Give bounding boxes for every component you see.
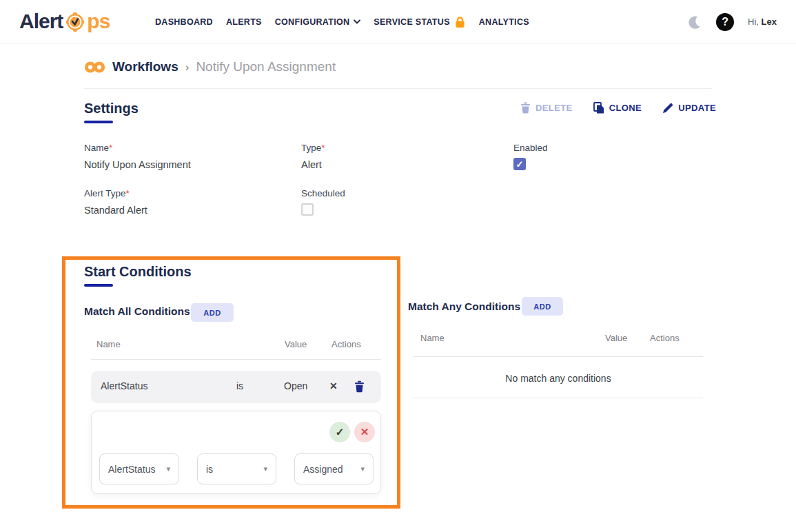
match-any-column-name: Name — [420, 333, 445, 343]
match-all-column-name: Name — [96, 339, 121, 349]
condition-name-dropdown[interactable]: AlertStatus ▾ — [99, 453, 179, 484]
start-conditions-title-underline — [84, 284, 113, 287]
match-any-header-divider — [414, 356, 703, 357]
nav-label: DASHBOARD — [155, 17, 213, 27]
caret-down-icon: ▾ — [360, 464, 365, 473]
condition-delete-trash-icon[interactable] — [354, 380, 365, 395]
clone-copy-icon — [593, 102, 604, 114]
delete-button[interactable]: DELETE — [520, 102, 573, 114]
nav-label: SERVICE STATUS — [374, 17, 449, 27]
dark-mode-moon-icon[interactable] — [687, 14, 702, 30]
workflows-infinity-icon — [84, 61, 105, 73]
greeting-username: Lex — [762, 17, 777, 27]
clone-button[interactable]: CLONE — [593, 102, 642, 114]
start-conditions-title: Start Conditions — [84, 264, 192, 280]
help-icon[interactable]: ? — [716, 13, 734, 31]
nav-item-analytics[interactable]: ANALYTICS — [479, 17, 529, 27]
alert-type-field-value: Standard Alert — [84, 205, 147, 216]
chevron-down-icon — [354, 19, 360, 24]
enabled-checkbox[interactable] — [513, 158, 526, 170]
condition-editor-card: ✓ ✕ AlertStatus ▾ is ▾ Assigned ▾ — [91, 411, 381, 494]
user-greeting[interactable]: Hi, Lex — [748, 17, 777, 27]
match-any-conditions-title: Match Any Conditions — [408, 300, 520, 313]
settings-section-title: Settings — [84, 101, 139, 116]
delete-button-label: DELETE — [535, 103, 573, 113]
required-asterisk: * — [109, 143, 112, 153]
breadcrumb: Workflows › Notify Upon Assignment — [84, 59, 336, 74]
match-any-empty-message: No match any conditions — [414, 373, 703, 384]
condition-value: Open — [284, 380, 307, 391]
breadcrumb-separator: › — [185, 61, 190, 74]
condition-value-dropdown[interactable]: Assigned ▾ — [294, 453, 374, 484]
nav-item-dashboard[interactable]: DASHBOARD — [155, 17, 213, 27]
nav-item-configuration[interactable]: CONFIGURATION — [275, 17, 361, 27]
clock-icon — [65, 11, 85, 33]
required-asterisk: * — [321, 143, 325, 153]
scheduled-checkbox[interactable] — [301, 203, 314, 216]
condition-row: AlertStatus is Open ✕ — [91, 371, 381, 403]
required-asterisk: * — [126, 188, 130, 198]
alert-type-field-label: Alert Type* — [84, 188, 130, 198]
nav-label: CONFIGURATION — [275, 17, 350, 27]
confirm-check-button[interactable]: ✓ — [329, 422, 350, 442]
nav-label: ALERTS — [226, 17, 262, 27]
match-all-header-divider — [91, 359, 381, 360]
match-all-conditions-title: Match All Conditions — [84, 305, 190, 318]
label-text: Name — [84, 143, 109, 153]
clone-button-label: CLONE — [609, 103, 642, 113]
type-field-label: Type* — [301, 143, 325, 153]
caret-down-icon: ▾ — [166, 464, 170, 473]
match-any-column-value: Value — [605, 333, 627, 343]
dropdown-selected-value: AlertStatus — [108, 464, 155, 475]
nav-label: ANALYTICS — [479, 17, 529, 27]
nav-right-cluster: ? Hi, Lex — [687, 0, 777, 43]
logo-text-alert: Alert — [19, 10, 63, 33]
breadcrumb-workflows-link[interactable]: Workflows — [112, 59, 178, 74]
settings-action-buttons: DELETE CLONE UPDATE — [520, 102, 716, 114]
pencil-edit-icon — [662, 103, 673, 114]
name-field-value: Notify Upon Assignment — [84, 159, 191, 170]
update-button-label: UPDATE — [678, 103, 716, 113]
greeting-prefix: Hi, — [748, 17, 759, 27]
lock-icon — [454, 16, 466, 28]
dropdown-selected-value: is — [206, 464, 213, 475]
settings-title-underline — [84, 121, 113, 123]
top-nav-bar: Alert ps DASHBOARD ALERTS CONFIGURATION — [0, 0, 796, 43]
match-all-column-actions: Actions — [331, 339, 361, 349]
page: Alert ps DASHBOARD ALERTS CONFIGURATION — [0, 0, 796, 532]
condition-name: AlertStatus — [101, 380, 147, 391]
match-any-add-button[interactable]: ADD — [522, 297, 563, 316]
cancel-x-button[interactable]: ✕ — [354, 422, 375, 442]
logo-text-ps: ps — [87, 10, 110, 33]
nav-item-service-status[interactable]: SERVICE STATUS — [374, 16, 465, 28]
alertops-logo[interactable]: Alert ps — [19, 10, 110, 33]
nav-item-alerts[interactable]: ALERTS — [226, 17, 262, 27]
name-field-label: Name* — [84, 143, 112, 153]
breadcrumb-divider — [84, 88, 712, 89]
condition-operator: is — [236, 380, 243, 391]
condition-operator-dropdown[interactable]: is ▾ — [197, 453, 276, 484]
scheduled-field-label: Scheduled — [301, 188, 345, 198]
label-text: Alert Type — [84, 188, 126, 198]
breadcrumb-current-page: Notify Upon Assignment — [196, 59, 336, 74]
condition-remove-x-icon[interactable]: ✕ — [329, 380, 338, 391]
label-text: Type — [301, 143, 321, 153]
update-button[interactable]: UPDATE — [662, 103, 716, 114]
primary-nav: DASHBOARD ALERTS CONFIGURATION SERVICE S… — [155, 0, 529, 43]
match-all-column-value: Value — [285, 339, 307, 349]
match-any-bottom-divider — [414, 398, 703, 398]
type-field-value: Alert — [301, 159, 322, 170]
trash-icon — [354, 380, 365, 393]
caret-down-icon: ▾ — [263, 464, 267, 473]
dropdown-selected-value: Assigned — [303, 464, 343, 475]
match-all-add-button[interactable]: ADD — [191, 303, 234, 322]
match-any-column-actions: Actions — [650, 333, 680, 343]
enabled-field-label: Enabled — [513, 143, 548, 153]
trash-icon — [520, 102, 531, 114]
